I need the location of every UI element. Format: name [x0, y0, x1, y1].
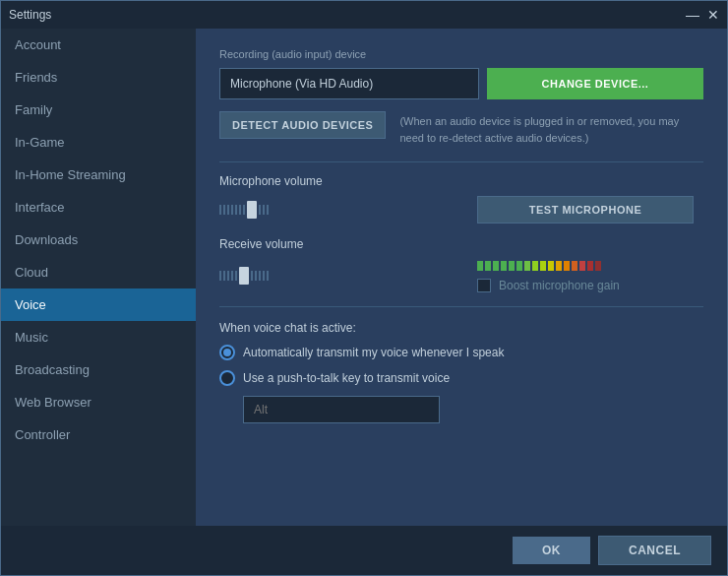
- sidebar-item-broadcasting[interactable]: Broadcasting: [1, 353, 196, 386]
- receive-volume-label: Receive volume: [219, 237, 703, 251]
- tick: [223, 271, 225, 281]
- microphone-volume-section: Microphone volume: [219, 174, 703, 224]
- meter-bar: [572, 261, 577, 271]
- tick: [243, 205, 245, 215]
- sidebar-item-interface[interactable]: Interface: [1, 191, 196, 224]
- sidebar-item-in-game[interactable]: In-Game: [1, 126, 196, 159]
- sidebar-item-controller[interactable]: Controller: [1, 418, 196, 451]
- meter-bar: [564, 261, 570, 271]
- divider-1: [219, 161, 703, 162]
- tick: [219, 205, 221, 215]
- tick: [259, 205, 261, 215]
- main-content: Account Friends Family In-Game In-Home S…: [1, 29, 727, 526]
- sidebar-item-web-browser[interactable]: Web Browser: [1, 386, 196, 418]
- sidebar-item-downloads[interactable]: Downloads: [1, 224, 196, 256]
- sidebar-item-in-home-streaming[interactable]: In-Home Streaming: [1, 159, 196, 191]
- meter-bar: [587, 261, 593, 271]
- when-active-label: When voice chat is active:: [219, 321, 703, 335]
- change-device-button[interactable]: CHANGE DEVICE...: [487, 68, 703, 99]
- boost-checkbox[interactable]: [477, 279, 491, 292]
- receive-volume-row: Boost microphone gain: [219, 259, 703, 292]
- microphone-slider[interactable]: [219, 201, 467, 219]
- test-mic-panel: TEST MICROPHONE: [477, 196, 703, 224]
- meter-bar: [477, 261, 483, 271]
- tick: [219, 271, 221, 281]
- test-microphone-button[interactable]: TEST MICROPHONE: [477, 196, 694, 224]
- slider-thumb[interactable]: [239, 267, 249, 285]
- tick: [263, 205, 265, 215]
- meter-bar: [548, 261, 554, 271]
- sidebar-item-cloud[interactable]: Cloud: [1, 256, 196, 288]
- boost-label: Boost microphone gain: [499, 279, 620, 292]
- boost-row: Boost microphone gain: [477, 279, 703, 292]
- tick: [235, 271, 237, 281]
- close-button[interactable]: ✕: [707, 8, 719, 22]
- title-bar: Settings — ✕: [1, 1, 727, 29]
- tick: [231, 271, 233, 281]
- sidebar-item-family[interactable]: Family: [1, 94, 196, 126]
- radio-push-label: Use a push-to-talk key to transmit voice: [243, 371, 450, 385]
- tick: [239, 205, 241, 215]
- radio-push-option: Use a push-to-talk key to transmit voice: [219, 370, 703, 386]
- meter-bar: [485, 261, 491, 271]
- ok-button[interactable]: OK: [513, 537, 590, 564]
- window-controls: — ✕: [686, 8, 719, 22]
- tick: [227, 205, 229, 215]
- radio-auto-button[interactable]: [219, 345, 235, 360]
- content-area: Recording (audio input) device CHANGE DE…: [196, 29, 727, 526]
- meter-bar: [493, 261, 499, 271]
- tick: [223, 205, 225, 215]
- device-row: CHANGE DEVICE...: [219, 68, 703, 99]
- footer: OK CANCEL: [1, 526, 727, 575]
- meter-bar: [595, 261, 601, 271]
- meter-bar: [509, 261, 515, 271]
- microphone-volume-row: TEST MICROPHONE: [219, 196, 703, 224]
- detect-note: (When an audio device is plugged in or r…: [399, 111, 703, 146]
- cancel-button[interactable]: CANCEL: [598, 536, 711, 565]
- sidebar-item-account[interactable]: Account: [1, 29, 196, 61]
- meter-bar: [579, 261, 585, 271]
- settings-window: Settings — ✕ Account Friends Family In-G…: [0, 0, 728, 576]
- meter-bar: [501, 261, 507, 271]
- device-input[interactable]: [219, 68, 479, 99]
- microphone-volume-label: Microphone volume: [219, 174, 703, 188]
- tick: [267, 205, 269, 215]
- radio-auto-option: Automatically transmit my voice whenever…: [219, 345, 703, 360]
- push-to-talk-key-row: [219, 396, 703, 423]
- divider-2: [219, 306, 703, 307]
- push-to-talk-input[interactable]: [243, 396, 440, 423]
- meter-bar: [524, 261, 530, 271]
- sidebar-item-voice[interactable]: Voice: [1, 288, 196, 321]
- tick: [255, 271, 257, 281]
- receive-right-panel: Boost microphone gain: [477, 259, 703, 292]
- slider-thumb[interactable]: [247, 201, 257, 219]
- meter-bar: [540, 261, 546, 271]
- tick: [251, 271, 253, 281]
- radio-push-button[interactable]: [219, 370, 235, 386]
- sidebar: Account Friends Family In-Game In-Home S…: [1, 29, 196, 526]
- receive-volume-section: Receive volume: [219, 237, 703, 292]
- tick: [227, 271, 229, 281]
- meter-bar: [532, 261, 538, 271]
- tick: [235, 205, 237, 215]
- tick: [267, 271, 269, 281]
- tick: [259, 271, 261, 281]
- window-title: Settings: [9, 8, 51, 22]
- sidebar-item-friends[interactable]: Friends: [1, 61, 196, 94]
- radio-auto-label: Automatically transmit my voice whenever…: [243, 346, 504, 359]
- meter-bar: [516, 261, 522, 271]
- recording-label: Recording (audio input) device: [219, 48, 703, 60]
- detect-audio-button[interactable]: DETECT AUDIO DEVICES: [219, 111, 386, 139]
- volume-meter: [477, 259, 694, 273]
- meter-bar: [556, 261, 562, 271]
- minimize-button[interactable]: —: [686, 8, 699, 22]
- sidebar-item-music[interactable]: Music: [1, 321, 196, 353]
- tick: [231, 205, 233, 215]
- tick: [263, 271, 265, 281]
- detect-row: DETECT AUDIO DEVICES (When an audio devi…: [219, 111, 703, 146]
- receive-slider[interactable]: [219, 267, 467, 285]
